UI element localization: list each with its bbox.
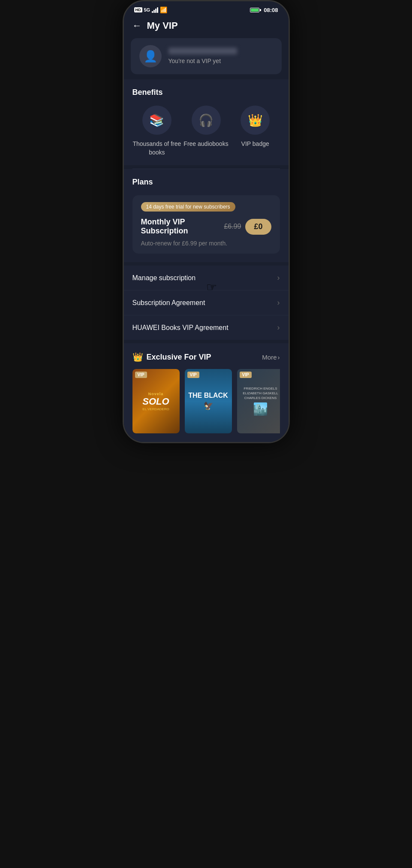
book-cover-black: VIP THE BLACK 🦅 [185, 369, 232, 433]
profile-info: You're not a VIP yet [168, 48, 273, 65]
benefit-vip-badge: 👑 VIP badge [231, 106, 280, 148]
chevron-right-icon: › [277, 273, 280, 282]
audiobooks-label: Free audiobooks [183, 140, 228, 148]
headphones-icon: 🎧 [198, 113, 214, 127]
profile-card: 👤 You're not a VIP yet [131, 38, 282, 74]
vip-status: You're not a VIP yet [168, 57, 221, 64]
exclusive-title-row: 👑 Exclusive For VIP [132, 352, 211, 362]
status-left: HD 5G 📶 [134, 6, 168, 13]
chevron-right-icon-2: › [277, 298, 280, 307]
subscription-agreement-item[interactable]: Subscription Agreement › [124, 290, 289, 315]
free-books-icon-circle: 📚 [142, 106, 171, 135]
chevron-right-icon-3: › [277, 323, 280, 332]
benefit-free-books: 📚 Thousands of free books [132, 106, 182, 157]
promo-price[interactable]: £0 [245, 219, 271, 235]
book-cover-art: VIP FRIEDRICH ENGELSELIZABETH GASKELLCHA… [237, 369, 280, 433]
manage-subscription-label: Manage subscription [132, 274, 196, 282]
user-icon: 👤 [144, 50, 157, 63]
more-chevron-icon: › [278, 354, 280, 361]
trial-badge: 14 days free trial for new subscribers [141, 202, 235, 212]
signal-bars [152, 7, 158, 13]
book-card-black[interactable]: VIP THE BLACK 🦅 [185, 369, 232, 433]
more-link[interactable]: More › [262, 354, 280, 361]
vip-badge-label: VIP badge [241, 140, 269, 148]
benefit-audiobooks: 🎧 Free audiobooks [181, 106, 231, 148]
header: ← My VIP [124, 15, 289, 38]
audiobooks-icon-circle: 🎧 [192, 106, 221, 135]
plan-row: Monthly VIP Subscription £6.99 £0 [141, 218, 271, 236]
books-icon: 📚 [149, 113, 164, 127]
clock: 08:08 [264, 7, 278, 13]
status-right: 08:08 [250, 7, 278, 13]
huawei-vip-agreement-item[interactable]: HUAWEI Books VIP Agreement › [124, 315, 289, 340]
vip-crown-icon: 👑 [132, 352, 143, 362]
plans-title: Plans [132, 178, 280, 187]
benefits-title: Benefits [132, 88, 280, 97]
signal-text: 5G [144, 7, 150, 12]
plan-pricing: £6.99 £0 [224, 219, 271, 235]
page-title: My VIP [147, 20, 178, 31]
free-books-label: Thousands of free books [132, 140, 182, 157]
more-label: More [262, 354, 277, 361]
plan-card: 14 days free trial for new subscribers M… [132, 195, 280, 254]
vip-badge-art: VIP [240, 372, 252, 378]
status-bar: HD 5G 📶 08:08 [124, 1, 289, 15]
book-card-art[interactable]: VIP FRIEDRICH ENGELSELIZABETH GASKELLCHA… [237, 369, 280, 433]
manage-subscription-item[interactable]: Manage subscription › ☞ [124, 266, 289, 290]
avatar: 👤 [139, 45, 162, 67]
back-button[interactable]: ← [132, 20, 142, 31]
book-card-solo[interactable]: VIP Novela SOLO EL VERDADERO [132, 369, 180, 433]
plans-section: Plans 14 days free trial for new subscri… [124, 169, 289, 262]
vip-badge-solo: VIP [135, 372, 147, 378]
book-cover-solo: VIP Novela SOLO EL VERDADERO [132, 369, 180, 433]
hd-badge: HD [134, 7, 142, 12]
plan-description: Auto-renew for £6.99 per month. [141, 240, 271, 247]
content-area: 👤 You're not a VIP yet Benefits 📚 Thousa… [124, 38, 289, 442]
profile-name-blurred [168, 48, 237, 54]
crown-icon: 👑 [248, 113, 263, 127]
exclusive-section: 👑 Exclusive For VIP More › VIP Novela SO… [124, 343, 289, 442]
books-row: VIP Novela SOLO EL VERDADERO VIP THE BLA… [132, 369, 280, 442]
book-title-black: THE BLACK [188, 392, 228, 399]
menu-section: Manage subscription › ☞ Subscription Agr… [124, 266, 289, 340]
battery-icon [250, 8, 261, 12]
subscription-agreement-label: Subscription Agreement [132, 299, 205, 307]
vip-badge-icon-circle: 👑 [241, 106, 270, 135]
wifi-icon: 📶 [160, 6, 167, 13]
book-title-solo: SOLO [142, 397, 169, 406]
plan-name: Monthly VIP Subscription [141, 218, 224, 236]
exclusive-header: 👑 Exclusive For VIP More › [132, 352, 280, 362]
huawei-vip-agreement-label: HUAWEI Books VIP Agreement [132, 324, 229, 332]
exclusive-title: Exclusive For VIP [147, 353, 211, 362]
vip-badge-black: VIP [187, 372, 199, 378]
book-subtitle-solo: EL VERDADERO [142, 407, 169, 411]
original-price: £6.99 [224, 223, 241, 230]
benefits-section: Benefits 📚 Thousands of free books 🎧 Fre… [124, 79, 289, 165]
phone-frame: HD 5G 📶 08:08 ← My VIP [123, 0, 290, 443]
benefits-row: 📚 Thousands of free books 🎧 Free audiobo… [132, 106, 280, 157]
